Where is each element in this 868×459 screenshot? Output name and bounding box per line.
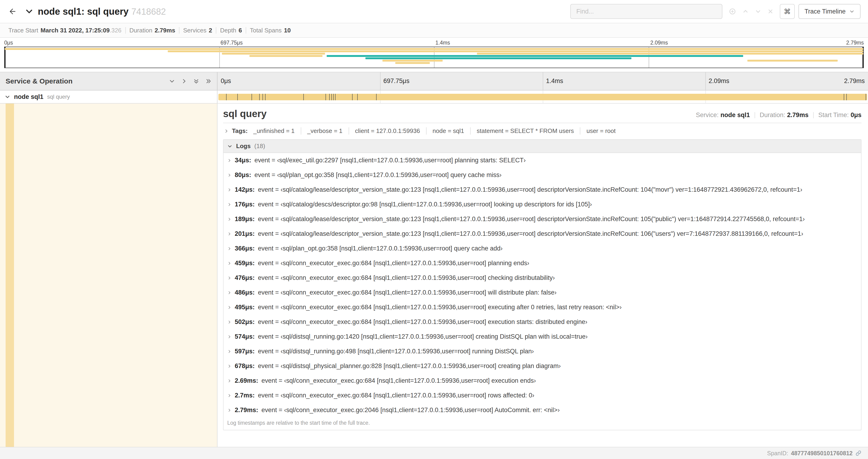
tags-row[interactable]: Tags: _unfinished = 1 _verbose = 1 clien… (223, 123, 862, 138)
log-time: 142μs: (235, 186, 255, 193)
log-expand-icon (227, 335, 231, 339)
minimap-span-bar (327, 55, 743, 57)
timeline-tick: 2.09ms (709, 77, 730, 85)
log-expand-icon (227, 247, 231, 251)
minimap-span-bar (5, 48, 863, 50)
minimap-span-bar (222, 53, 325, 55)
deep-link-icon[interactable] (856, 450, 862, 456)
log-text: event = ‹sql/plan_opt.go:358 [nsql1,clie… (258, 245, 503, 252)
log-row[interactable]: 142μs: event = ‹sql/catalog/lease/descri… (223, 183, 861, 197)
tag-item[interactable]: statement = SELECT * FROM users (470, 127, 574, 135)
span-color-stripe (6, 104, 14, 447)
log-expand-icon (227, 158, 231, 163)
log-text: event = ‹sql/exec_util.go:2297 [nsql1,cl… (254, 157, 526, 164)
header-controls: ⌘ Trace Timeline (570, 4, 861, 19)
log-expand-icon (227, 173, 231, 177)
span-bar[interactable] (218, 94, 867, 100)
logs-note: Log timestamps are relative to the start… (223, 418, 861, 430)
log-time: 34μs: (235, 157, 251, 164)
log-expand-icon (227, 202, 231, 207)
log-expand-icon (227, 320, 231, 324)
log-text: event = ‹sql/plan_opt.go:358 [nsql1,clie… (254, 171, 502, 179)
span-service-name: node sql1 (14, 93, 43, 101)
log-event-tick (331, 94, 332, 100)
span-detail-title: sql query (223, 108, 267, 120)
start-time-value: 0μs (850, 111, 862, 119)
span-collapse-icon[interactable] (5, 94, 10, 100)
log-row[interactable]: 189μs: event = ‹sql/catalog/lease/descri… (223, 212, 861, 226)
expand-one-icon[interactable] (181, 78, 187, 84)
trace-collapse-icon[interactable] (25, 7, 33, 15)
log-text: event = ‹sql/distsql_running.go:498 [nsq… (258, 348, 534, 355)
log-row[interactable]: 597μs: event = ‹sql/distsql_running.go:4… (223, 344, 861, 359)
log-text: event = ‹sql/conn_executor_exec.go:684 [… (258, 289, 557, 296)
span-row[interactable]: node sql1 sql query (0, 91, 868, 104)
tag-item[interactable]: _unfinished = 1 (253, 127, 294, 135)
prev-result-icon[interactable] (742, 8, 748, 14)
log-expand-icon (227, 276, 231, 280)
log-expand-icon (227, 408, 231, 412)
tag-item[interactable]: node = sql1 (426, 127, 464, 135)
collapse-one-icon[interactable] (169, 78, 175, 84)
trace-minimap[interactable]: 0μs 697.75μs 1.4ms 2.09ms 2.79ms (0, 38, 868, 72)
duration-value: 2.79ms (787, 111, 808, 119)
timeline-gridline (543, 72, 543, 90)
log-row[interactable]: 201μs: event = ‹sql/catalog/lease/descri… (223, 226, 861, 241)
log-row[interactable]: 2.69ms: event = ‹sql/conn_executor_exec.… (223, 373, 861, 388)
trace-view-dropdown[interactable]: Trace Timeline (799, 4, 861, 19)
minimap-span-bar (747, 60, 837, 62)
log-row[interactable]: 2.79ms: event = ‹sql/conn_executor_exec.… (223, 403, 861, 418)
log-row[interactable]: 502μs: event = ‹sql/conn_executor_exec.g… (223, 315, 861, 329)
log-row[interactable]: 80μs: event = ‹sql/plan_opt.go:358 [nsql… (223, 168, 861, 183)
tag-item[interactable]: _verbose = 1 (301, 127, 343, 135)
span-operation-name: sql query (47, 94, 70, 100)
back-button[interactable] (6, 5, 19, 18)
log-row[interactable]: 2.7ms: event = ‹sql/conn_executor_exec.g… (223, 388, 861, 403)
next-result-icon[interactable] (755, 8, 761, 14)
logs-header[interactable]: Logs (18) (223, 140, 861, 153)
log-time: 486μs: (235, 289, 255, 296)
find-input[interactable] (576, 7, 717, 15)
chevron-down-icon (849, 9, 855, 14)
log-row[interactable]: 495μs: event = ‹sql/conn_executor_exec.g… (223, 300, 861, 315)
match-count-icon (729, 8, 736, 15)
log-text: event = ‹sql/conn_executor_exec.go:684 [… (258, 304, 622, 311)
span-row-name-cell[interactable]: node sql1 sql query (0, 91, 217, 103)
summary-depth: Depth6 (216, 27, 246, 34)
log-row[interactable]: 176μs: event = ‹sql/catalog/descs/descri… (223, 197, 861, 212)
log-expand-icon (227, 261, 231, 265)
clear-search-icon[interactable] (768, 9, 773, 14)
log-row[interactable]: 366μs: event = ‹sql/plan_opt.go:358 [nsq… (223, 241, 861, 256)
log-event-tick (329, 94, 330, 100)
log-text: event = ‹sql/catalog/lease/descriptor_ve… (258, 186, 802, 193)
span-row-timeline[interactable] (217, 91, 868, 103)
timeline-tick: 0μs (221, 77, 231, 85)
log-row[interactable]: 574μs: event = ‹sql/distsql_running.go:1… (223, 329, 861, 344)
log-text: event = ‹sql/catalog/descs/descriptor.go… (258, 201, 592, 208)
find-box (570, 4, 722, 19)
log-row[interactable]: 459μs: event = ‹sql/conn_executor_exec.g… (223, 256, 861, 270)
span-id-label: SpanID: (767, 450, 788, 457)
log-row[interactable]: 678μs: event = ‹sql/distsql_physical_pla… (223, 359, 861, 373)
tag-item[interactable]: user = root (580, 127, 616, 135)
log-time: 502μs: (235, 318, 255, 326)
page-header: node sql1: sql query7418682 ⌘ (0, 0, 868, 23)
span-detail-area: sql query Service:node sql1 Duration:2.7… (0, 104, 868, 447)
expand-all-icon[interactable] (205, 78, 211, 84)
keyboard-shortcuts-button[interactable]: ⌘ (780, 4, 795, 19)
minimap-canvas[interactable] (4, 47, 864, 68)
log-text: event = ‹sql/distsql_physical_planner.go… (258, 362, 561, 370)
log-time: 2.79ms: (235, 406, 258, 414)
command-icon: ⌘ (784, 7, 791, 15)
tag-list: _unfinished = 1 _verbose = 1 client = 12… (253, 127, 616, 135)
log-row[interactable]: 476μs: event = ‹sql/conn_executor_exec.g… (223, 270, 861, 285)
log-row[interactable]: 486μs: event = ‹sql/conn_executor_exec.g… (223, 285, 861, 300)
log-row[interactable]: 34μs: event = ‹sql/exec_util.go:2297 [ns… (223, 153, 861, 168)
timeline-tick: 1.4ms (546, 77, 563, 85)
log-event-tick (265, 94, 266, 100)
timeline-tick: 697.75μs (383, 77, 409, 85)
service-value: node sql1 (720, 111, 750, 119)
minimap-tick: 0μs (4, 40, 13, 46)
collapse-all-icon[interactable] (193, 78, 199, 84)
tag-item[interactable]: client = 127.0.0.1:59936 (349, 127, 420, 135)
